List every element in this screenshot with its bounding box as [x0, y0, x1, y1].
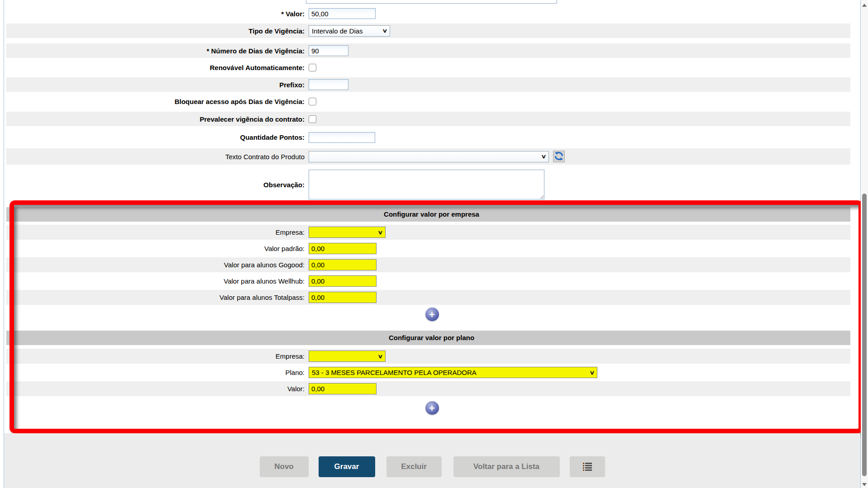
- row-add-plano: +: [6, 401, 850, 415]
- row-plano-valor: Valor:: [6, 381, 850, 396]
- plano-select[interactable]: 53 - 3 MESES PARCELAMENTO PELA OPERADORA…: [309, 367, 597, 378]
- refresh-icon: [554, 151, 564, 162]
- valor-totalpass-input[interactable]: [309, 292, 377, 303]
- scroll-up-arrow-icon[interactable]: [862, 4, 867, 7]
- plano-valor-input[interactable]: [309, 383, 377, 394]
- voltar-para-lista-button[interactable]: Voltar para a Lista: [453, 456, 560, 477]
- tipo-vigencia-select-value: Intervalo de Dias: [312, 27, 363, 35]
- row-empresa-empresa: Empresa: ∨: [6, 225, 850, 240]
- row-valor-totalpass: Valor para alunos Totalpass:: [6, 290, 850, 305]
- numero-dias-label: * Número de Dias de Vigência:: [6, 47, 305, 55]
- tipo-vigencia-select[interactable]: Intervalo de Dias ∨: [309, 25, 390, 37]
- row-prefixo: Prefixo:: [6, 77, 850, 92]
- prevalecer-checkbox[interactable]: [309, 115, 316, 123]
- valor-gogood-input[interactable]: [309, 259, 377, 270]
- numero-dias-input[interactable]: [309, 45, 348, 56]
- vertical-scrollbar[interactable]: [861, 0, 868, 488]
- plano-empresa-label: Empresa:: [6, 352, 305, 360]
- row-quantidade-pontos: Quantidade Pontos:: [6, 130, 850, 145]
- row-renovavel: Renovável Automaticamente:: [6, 60, 850, 75]
- scrollbar-thumb[interactable]: [862, 194, 867, 476]
- row-texto-contrato: Texto Contrato do Produto ∨: [6, 148, 850, 165]
- valor-padrao-input[interactable]: [309, 243, 377, 254]
- row-observacao: Observação:: [6, 167, 850, 202]
- plano-empresa-select[interactable]: ∨: [309, 351, 386, 362]
- row-tipo-vigencia: Tipo de Vigência: Intervalo de Dias ∨: [6, 24, 850, 38]
- prefixo-label: Prefixo:: [6, 81, 305, 89]
- valor-input[interactable]: [309, 8, 376, 19]
- row-valor-padrao: Valor padrão:: [6, 241, 850, 256]
- add-plano-value-button[interactable]: +: [425, 401, 439, 415]
- empresa-label: Empresa:: [6, 228, 305, 236]
- chevron-down-icon: ∨: [541, 153, 546, 160]
- row-plano: Plano: 53 - 3 MESES PARCELAMENTO PELA OP…: [6, 365, 850, 380]
- footer-buttons: Novo Gravar Excluir Voltar para a Lista: [4, 456, 860, 477]
- observacao-label: Observação:: [6, 181, 305, 189]
- observacao-textarea[interactable]: [309, 170, 544, 199]
- valor-wellhub-input[interactable]: [309, 275, 377, 287]
- plus-icon: +: [429, 403, 435, 414]
- tipo-vigencia-label: Tipo de Vigência:: [6, 27, 305, 35]
- row-numero-dias: * Número de Dias de Vigência:: [6, 43, 850, 58]
- texto-contrato-select[interactable]: ∨: [309, 151, 549, 162]
- footer-bar: Novo Gravar Excluir Voltar para a Lista: [4, 433, 860, 488]
- quantidade-pontos-label: Quantidade Pontos:: [6, 133, 305, 141]
- renovavel-label: Renovável Automaticamente:: [6, 64, 305, 71]
- valor-label: * Valor:: [6, 10, 305, 18]
- prevalecer-label: Prevalecer vigência do contrato:: [6, 115, 305, 123]
- row-add-empresa: +: [6, 308, 850, 321]
- chevron-down-icon: ∨: [377, 229, 383, 236]
- add-empresa-value-button[interactable]: +: [425, 308, 439, 321]
- row-valor-wellhub: Valor para alunos Wellhub:: [6, 274, 850, 289]
- chevron-down-icon: ∨: [382, 28, 387, 34]
- chevron-down-icon: ∨: [377, 353, 383, 360]
- list-icon: [583, 463, 592, 471]
- prefixo-input[interactable]: [309, 79, 348, 90]
- valor-gogood-label: Valor para alunos Gogood:: [6, 261, 305, 269]
- chevron-down-icon: ∨: [589, 370, 595, 376]
- gravar-button[interactable]: Gravar: [319, 456, 375, 477]
- section-header-empresa: Configurar valor por empresa: [6, 207, 850, 222]
- valor-totalpass-label: Valor para alunos Totalpass:: [6, 294, 305, 301]
- row-valor: * Valor:: [6, 6, 850, 21]
- content-page: * Valor: Tipo de Vigência: Intervalo de …: [4, 0, 861, 488]
- cutoff-top-input[interactable]: [306, 0, 557, 4]
- bloquear-label: Bloquear acesso após Dias de Vigência:: [6, 98, 305, 105]
- quantidade-pontos-input[interactable]: [309, 132, 375, 143]
- bloquear-checkbox[interactable]: [309, 98, 316, 105]
- plano-label: Plano:: [6, 369, 305, 376]
- row-bloquear: Bloquear acesso após Dias de Vigência:: [6, 94, 850, 109]
- excluir-button[interactable]: Excluir: [386, 456, 442, 477]
- renovavel-checkbox[interactable]: [309, 64, 316, 71]
- row-prevalecer: Prevalecer vigência do contrato:: [6, 112, 850, 126]
- list-view-button[interactable]: [570, 456, 605, 477]
- plano-select-value: 53 - 3 MESES PARCELAMENTO PELA OPERADORA: [312, 369, 477, 376]
- empresa-select[interactable]: ∨: [309, 227, 386, 238]
- row-valor-gogood: Valor para alunos Gogood:: [6, 257, 850, 272]
- texto-contrato-label: Texto Contrato do Produto: [6, 153, 305, 161]
- novo-button[interactable]: Novo: [260, 456, 309, 477]
- scroll-down-arrow-icon[interactable]: [862, 483, 867, 486]
- valor-wellhub-label: Valor para alunos Wellhub:: [6, 277, 305, 285]
- plano-valor-label: Valor:: [6, 385, 305, 393]
- valor-padrao-label: Valor padrão:: [6, 245, 305, 252]
- refresh-button[interactable]: [553, 151, 565, 162]
- row-plano-empresa: Empresa: ∨: [6, 349, 850, 364]
- plus-icon: +: [429, 309, 435, 320]
- section-header-plano: Configurar valor por plano: [6, 331, 850, 345]
